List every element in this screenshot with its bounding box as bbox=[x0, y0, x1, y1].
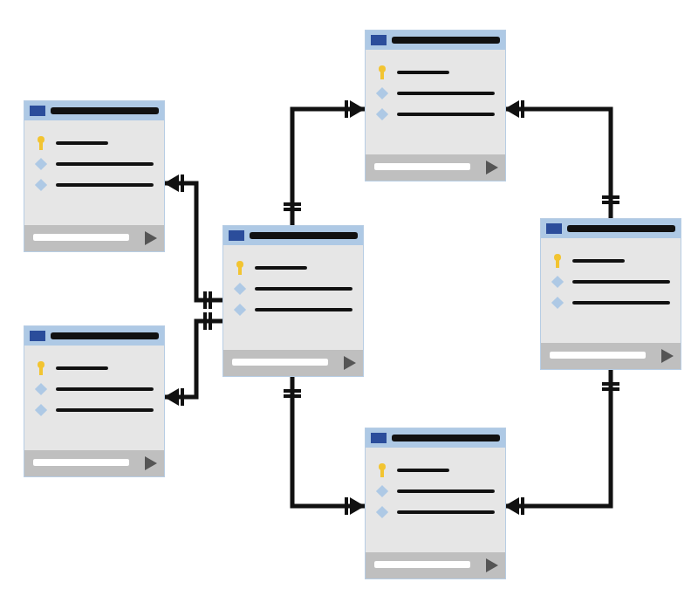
column-placeholder bbox=[397, 469, 449, 472]
attribute-icon bbox=[376, 107, 388, 121]
column-placeholder bbox=[572, 280, 670, 284]
scrollbar-track[interactable] bbox=[374, 163, 470, 170]
window-control-icon bbox=[371, 35, 387, 45]
table-row-attr bbox=[551, 275, 670, 289]
window-control-icon bbox=[30, 331, 45, 341]
table-row-attr bbox=[35, 157, 154, 171]
window-control-icon bbox=[30, 106, 45, 116]
primary-key-icon bbox=[35, 136, 47, 150]
attribute-icon bbox=[376, 86, 388, 100]
db-table-node[interactable] bbox=[540, 218, 681, 370]
db-table-node[interactable] bbox=[24, 325, 165, 477]
table-footer bbox=[24, 225, 164, 251]
primary-key-icon bbox=[376, 65, 388, 79]
primary-key-icon bbox=[234, 261, 246, 275]
column-placeholder bbox=[56, 366, 108, 370]
scrollbar-track[interactable] bbox=[33, 459, 129, 466]
expand-icon[interactable] bbox=[486, 558, 498, 572]
window-control-icon bbox=[371, 433, 387, 443]
primary-key-icon bbox=[35, 361, 47, 375]
column-placeholder bbox=[56, 162, 154, 166]
column-placeholder bbox=[56, 387, 154, 391]
svg-marker-10 bbox=[350, 100, 365, 118]
table-row-attr bbox=[234, 282, 352, 296]
column-placeholder bbox=[255, 308, 352, 311]
primary-key-icon bbox=[551, 254, 564, 268]
scrollbar-track[interactable] bbox=[232, 359, 328, 366]
svg-marker-22 bbox=[504, 497, 519, 515]
table-title-bar bbox=[392, 435, 500, 441]
expand-icon[interactable] bbox=[145, 456, 157, 470]
table-body bbox=[541, 238, 681, 322]
table-row-pk bbox=[35, 361, 154, 375]
table-header bbox=[366, 31, 505, 50]
table-row-attr bbox=[376, 107, 495, 121]
table-header bbox=[541, 219, 681, 238]
table-row-attr bbox=[376, 505, 495, 519]
primary-key-icon bbox=[376, 463, 388, 477]
table-body bbox=[24, 120, 164, 204]
column-placeholder bbox=[255, 266, 307, 270]
table-row-attr bbox=[35, 178, 154, 192]
attribute-icon bbox=[35, 178, 47, 192]
column-placeholder bbox=[397, 489, 495, 493]
svg-marker-14 bbox=[350, 497, 365, 515]
db-table-node[interactable] bbox=[222, 225, 364, 377]
expand-icon[interactable] bbox=[486, 161, 498, 175]
table-header bbox=[24, 101, 164, 120]
svg-marker-18 bbox=[504, 100, 519, 118]
column-placeholder bbox=[397, 92, 495, 95]
db-table-node[interactable] bbox=[365, 428, 506, 579]
column-placeholder bbox=[56, 183, 154, 187]
window-control-icon bbox=[229, 230, 244, 241]
attribute-icon bbox=[551, 275, 564, 289]
attribute-icon bbox=[35, 403, 47, 417]
column-placeholder bbox=[397, 113, 495, 116]
scrollbar-track[interactable] bbox=[33, 234, 129, 241]
table-footer bbox=[541, 343, 681, 369]
column-placeholder bbox=[572, 301, 670, 305]
attribute-icon bbox=[35, 157, 47, 171]
svg-marker-0 bbox=[164, 175, 179, 192]
table-header bbox=[366, 428, 505, 448]
table-title-bar bbox=[51, 332, 159, 339]
table-body bbox=[366, 50, 505, 133]
table-row-pk bbox=[376, 463, 495, 477]
attribute-icon bbox=[35, 382, 47, 396]
column-placeholder bbox=[56, 408, 154, 412]
scrollbar-track[interactable] bbox=[374, 561, 470, 568]
column-placeholder bbox=[397, 71, 449, 74]
svg-marker-4 bbox=[164, 388, 179, 406]
table-row-attr bbox=[35, 382, 154, 396]
table-row-pk bbox=[35, 136, 154, 150]
table-body bbox=[366, 448, 505, 531]
table-footer bbox=[366, 552, 505, 578]
column-placeholder bbox=[397, 510, 495, 514]
scrollbar-track[interactable] bbox=[550, 352, 646, 359]
db-table-node[interactable] bbox=[365, 30, 506, 181]
table-row-pk bbox=[551, 254, 670, 268]
expand-icon[interactable] bbox=[344, 356, 356, 370]
expand-icon[interactable] bbox=[661, 349, 674, 363]
db-table-node[interactable] bbox=[24, 100, 165, 252]
table-title-bar bbox=[51, 107, 159, 114]
table-footer bbox=[366, 154, 505, 181]
attribute-icon bbox=[376, 505, 388, 519]
table-footer bbox=[223, 350, 363, 376]
table-title-bar bbox=[392, 37, 500, 44]
attribute-icon bbox=[376, 484, 388, 498]
table-title-bar bbox=[567, 225, 675, 232]
column-placeholder bbox=[572, 259, 625, 263]
attribute-icon bbox=[234, 282, 246, 296]
er-diagram-canvas: { "diagram": { "type": "entity-relations… bbox=[0, 0, 698, 616]
table-row-pk bbox=[234, 261, 352, 275]
table-row-attr bbox=[234, 303, 352, 317]
column-placeholder bbox=[255, 287, 352, 291]
table-title-bar bbox=[250, 232, 358, 239]
attribute-icon bbox=[234, 303, 246, 317]
column-placeholder bbox=[56, 141, 108, 145]
table-body bbox=[24, 346, 164, 429]
table-row-attr bbox=[376, 484, 495, 498]
table-body bbox=[223, 245, 363, 329]
expand-icon[interactable] bbox=[145, 231, 157, 245]
